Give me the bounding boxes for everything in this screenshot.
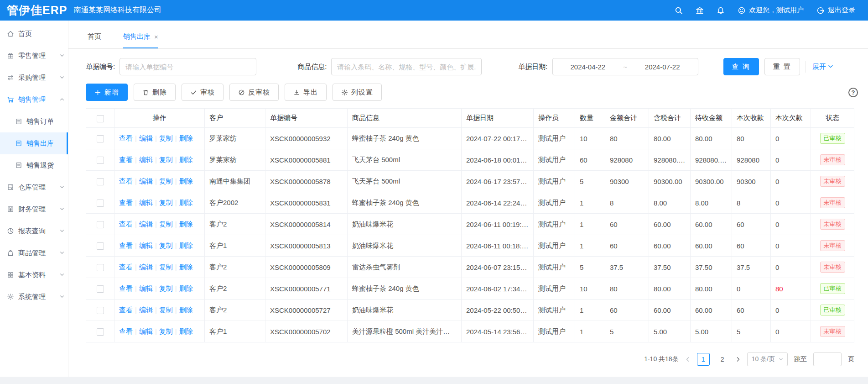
row-checkbox[interactable] xyxy=(97,307,104,314)
sidebar-item-retail[interactable]: 零售管理 xyxy=(0,45,68,67)
edit-link[interactable]: 编辑 xyxy=(139,156,153,163)
view-link[interactable]: 查看 xyxy=(119,156,133,163)
sidebar-item-system[interactable]: 系统管理 xyxy=(0,286,68,308)
view-link[interactable]: 查看 xyxy=(119,263,133,271)
row-checkbox[interactable] xyxy=(97,135,104,142)
page-button-1[interactable]: 1 xyxy=(697,353,710,366)
edit-link[interactable]: 编辑 xyxy=(139,327,153,335)
sidebar-item-home[interactable]: 首页 xyxy=(0,23,68,45)
delete-button[interactable]: 删除 xyxy=(134,84,176,101)
sidebar-item-sales-return[interactable]: 销售退货 xyxy=(0,154,68,176)
delete-link[interactable]: 删除 xyxy=(179,306,193,314)
view-link[interactable]: 查看 xyxy=(119,134,133,142)
cell-customer: 客户2 xyxy=(205,300,265,321)
tab-sales-outbound[interactable]: 销售出库 × xyxy=(123,32,158,48)
export-button[interactable]: 导出 xyxy=(285,84,327,101)
edit-link[interactable]: 编辑 xyxy=(139,242,153,249)
next-page-icon[interactable] xyxy=(735,357,741,362)
copy-link[interactable]: 复制 xyxy=(159,306,173,314)
edit-link[interactable]: 编辑 xyxy=(139,134,153,142)
audit-button[interactable]: 审核 xyxy=(182,84,223,101)
column-settings-button[interactable]: 列设置 xyxy=(333,84,382,101)
bell-icon[interactable] xyxy=(717,6,725,15)
search-icon[interactable] xyxy=(675,6,683,15)
row-checkbox[interactable] xyxy=(97,221,104,228)
expand-link[interactable]: 展开 xyxy=(812,63,833,71)
edit-link[interactable]: 编辑 xyxy=(139,306,153,314)
row-checkbox[interactable] xyxy=(97,242,104,250)
expand-label: 展开 xyxy=(812,63,826,71)
search-button[interactable]: 查 询 xyxy=(723,58,759,75)
view-link[interactable]: 查看 xyxy=(119,220,133,228)
delete-link[interactable]: 删除 xyxy=(179,220,193,228)
reset-button[interactable]: 重 置 xyxy=(764,58,800,75)
delete-link[interactable]: 删除 xyxy=(179,242,193,249)
welcome-user[interactable]: 欢迎您，测试用户 xyxy=(738,6,804,15)
row-checkbox[interactable] xyxy=(97,157,104,164)
sidebar-item-purchase[interactable]: 采购管理 xyxy=(0,67,68,89)
bank-icon[interactable] xyxy=(696,6,704,15)
sidebar-item-sales[interactable]: 销售管理 xyxy=(0,89,68,110)
copy-link[interactable]: 复制 xyxy=(159,177,173,185)
close-icon[interactable]: × xyxy=(154,33,158,41)
view-link[interactable]: 查看 xyxy=(119,199,133,206)
doc-no-input[interactable] xyxy=(120,58,256,75)
view-link[interactable]: 查看 xyxy=(119,327,133,335)
add-button[interactable]: 新增 xyxy=(86,84,128,101)
copy-link[interactable]: 复制 xyxy=(159,134,173,142)
help-icon[interactable]: ? xyxy=(848,88,858,97)
cell-receivable: 5.00 xyxy=(691,321,732,342)
row-checkbox[interactable] xyxy=(97,200,104,207)
delete-link[interactable]: 删除 xyxy=(179,327,193,335)
divider: | xyxy=(135,306,137,314)
copy-link[interactable]: 复制 xyxy=(159,242,173,249)
delete-link[interactable]: 删除 xyxy=(179,177,193,185)
sidebar-item-finance[interactable]: 财务管理 xyxy=(0,198,68,220)
page-button-2[interactable]: 2 xyxy=(716,353,729,366)
copy-link[interactable]: 复制 xyxy=(159,327,173,335)
select-all-checkbox[interactable] xyxy=(97,115,104,122)
date-range-picker[interactable]: 2024-04-22 ~ 2024-07-22 xyxy=(552,58,698,75)
date-to[interactable]: 2024-07-22 xyxy=(645,63,680,71)
edit-link[interactable]: 编辑 xyxy=(139,263,153,271)
jump-page-input[interactable] xyxy=(813,352,842,366)
prev-page-icon[interactable] xyxy=(685,357,691,362)
row-checkbox[interactable] xyxy=(97,285,104,293)
delete-link[interactable]: 删除 xyxy=(179,156,193,163)
delete-link[interactable]: 删除 xyxy=(179,199,193,206)
copy-link[interactable]: 复制 xyxy=(159,199,173,206)
logout-button[interactable]: 退出登录 xyxy=(816,6,855,15)
sidebar-item-product[interactable]: 商品管理 xyxy=(0,242,68,264)
copy-link[interactable]: 复制 xyxy=(159,220,173,228)
delete-link[interactable]: 删除 xyxy=(179,134,193,142)
view-link[interactable]: 查看 xyxy=(119,242,133,249)
row-checkbox[interactable] xyxy=(97,178,104,185)
copy-link[interactable]: 复制 xyxy=(159,156,173,163)
edit-link[interactable]: 编辑 xyxy=(139,284,153,292)
cell-tax-total: 5.00 xyxy=(649,321,691,342)
sidebar-item-warehouse[interactable]: 仓库管理 xyxy=(0,176,68,198)
edit-link[interactable]: 编辑 xyxy=(139,199,153,206)
sidebar: 首页 零售管理 采购管理 销售管理 销售订单 销售出库 销售退货 xyxy=(0,21,68,377)
delete-link[interactable]: 删除 xyxy=(179,284,193,292)
product-info-input[interactable] xyxy=(331,58,482,75)
edit-link[interactable]: 编辑 xyxy=(139,220,153,228)
cell-select xyxy=(86,278,114,300)
page-size-select[interactable]: 10 条/页 xyxy=(747,352,788,366)
sidebar-item-sales-order[interactable]: 销售订单 xyxy=(0,110,68,132)
sidebar-item-report[interactable]: 报表查询 xyxy=(0,220,68,242)
view-link[interactable]: 查看 xyxy=(119,177,133,185)
view-link[interactable]: 查看 xyxy=(119,284,133,292)
tab-home[interactable]: 首页 xyxy=(88,32,101,48)
view-link[interactable]: 查看 xyxy=(119,306,133,314)
date-from[interactable]: 2024-04-22 xyxy=(570,63,605,71)
unaudit-button[interactable]: 反审核 xyxy=(229,84,279,101)
copy-link[interactable]: 复制 xyxy=(159,284,173,292)
delete-link[interactable]: 删除 xyxy=(179,263,193,271)
sidebar-item-basic-data[interactable]: 基本资料 xyxy=(0,264,68,286)
row-checkbox[interactable] xyxy=(97,328,104,336)
edit-link[interactable]: 编辑 xyxy=(139,177,153,185)
row-checkbox[interactable] xyxy=(97,264,104,271)
copy-link[interactable]: 复制 xyxy=(159,263,173,271)
sidebar-item-sales-outbound[interactable]: 销售出库 xyxy=(0,132,68,154)
